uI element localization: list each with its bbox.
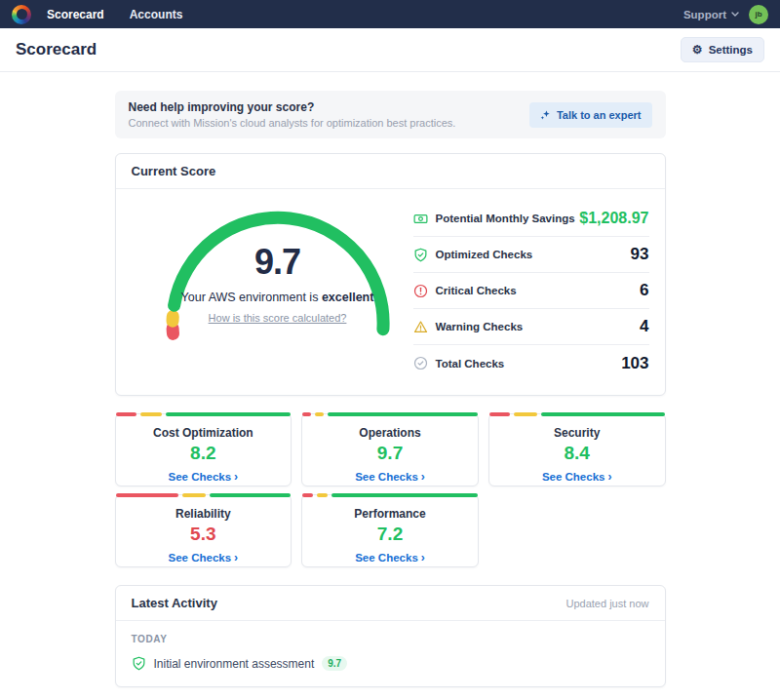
see-checks-link[interactable]: See Checks› bbox=[355, 552, 425, 564]
chevron-right-icon: › bbox=[607, 471, 611, 483]
stat-value: 6 bbox=[640, 281, 648, 300]
settings-button[interactable]: ⚙ Settings bbox=[681, 37, 764, 62]
category-name: Reliability bbox=[126, 507, 282, 521]
avatar[interactable]: jb bbox=[749, 5, 768, 24]
support-menu[interactable]: Support bbox=[683, 9, 739, 20]
nav-item-accounts[interactable]: Accounts bbox=[130, 8, 183, 21]
stat-value: $1,208.97 bbox=[579, 210, 648, 227]
stat-value: 103 bbox=[621, 354, 648, 373]
see-checks-link[interactable]: See Checks› bbox=[169, 552, 239, 564]
chevron-right-icon: › bbox=[234, 471, 238, 483]
see-checks-label: See Checks bbox=[542, 471, 605, 483]
category-grid: Cost Optimization 8.2 See Checks› Operat… bbox=[115, 413, 666, 567]
mission-logo-icon[interactable] bbox=[12, 5, 31, 24]
latest-activity-header: Latest Activity Updated just now bbox=[116, 586, 665, 621]
category-name: Operations bbox=[312, 426, 468, 440]
category-score-bar bbox=[116, 493, 292, 497]
nav-item-scorecard[interactable]: Scorecard bbox=[47, 8, 104, 21]
see-checks-link[interactable]: See Checks› bbox=[542, 471, 612, 483]
stat-label: Total Checks bbox=[436, 358, 505, 369]
activity-item-label: Initial environment assessment bbox=[154, 657, 315, 671]
top-navbar: Scorecard Accounts Support jb bbox=[0, 0, 780, 28]
stat-row-warning: Warning Checks 4 bbox=[413, 309, 649, 345]
shield-check-icon bbox=[413, 248, 428, 262]
gear-icon: ⚙ bbox=[692, 43, 703, 57]
check-circle-icon bbox=[413, 356, 428, 370]
chevron-right-icon: › bbox=[234, 552, 238, 564]
see-checks-link[interactable]: See Checks› bbox=[169, 471, 239, 483]
category-name: Cost Optimization bbox=[126, 426, 282, 440]
activity-score-badge: 9.7 bbox=[322, 656, 347, 671]
stat-value: 93 bbox=[631, 245, 649, 264]
score-calculation-link[interactable]: How is this score calculated? bbox=[209, 312, 347, 324]
score-stats-list: Potential Monthly Savings $1,208.97 Opti… bbox=[413, 199, 649, 381]
see-checks-label: See Checks bbox=[355, 552, 418, 564]
page-title: Scorecard bbox=[16, 40, 97, 59]
current-score-title: Current Score bbox=[132, 164, 216, 178]
support-label: Support bbox=[683, 9, 726, 20]
chevron-down-icon bbox=[731, 12, 739, 17]
see-checks-label: See Checks bbox=[355, 471, 418, 483]
stat-row-critical: Critical Checks 6 bbox=[413, 273, 649, 309]
category-card-reliability: Reliability 5.3 See Checks› bbox=[115, 494, 292, 567]
category-score: 8.2 bbox=[126, 443, 282, 464]
category-score-bar bbox=[116, 412, 292, 416]
talk-to-expert-button[interactable]: Talk to an expert bbox=[529, 102, 652, 128]
banknote-icon bbox=[413, 212, 428, 226]
activity-group-label: TODAY bbox=[132, 634, 649, 644]
current-score-card: Current Score 9.7 Your AWS environment i… bbox=[115, 153, 666, 396]
stat-label: Critical Checks bbox=[436, 285, 517, 296]
category-card-cost-optimization: Cost Optimization 8.2 See Checks› bbox=[115, 413, 292, 486]
category-card-operations: Operations 9.7 See Checks› bbox=[301, 413, 479, 486]
sparkles-icon bbox=[540, 109, 551, 120]
see-checks-label: See Checks bbox=[169, 552, 232, 564]
stat-row-optimized: Optimized Checks 93 bbox=[413, 237, 649, 273]
warning-triangle-icon bbox=[413, 320, 428, 334]
score-gauge: 9.7 Your AWS environment is excellent Ho… bbox=[155, 199, 401, 355]
category-card-performance: Performance 7.2 See Checks› bbox=[301, 494, 479, 567]
chevron-right-icon: › bbox=[421, 471, 425, 483]
gauge-score-value: 9.7 bbox=[155, 242, 401, 283]
stat-label: Optimized Checks bbox=[436, 249, 533, 260]
stat-row-total: Total Checks 103 bbox=[413, 345, 649, 381]
category-score: 7.2 bbox=[312, 524, 468, 545]
category-score: 9.7 bbox=[312, 443, 468, 464]
banner-title: Need help improving your score? bbox=[129, 100, 456, 114]
category-score: 8.4 bbox=[499, 443, 655, 464]
logo-hole bbox=[17, 9, 27, 19]
see-checks-link[interactable]: See Checks› bbox=[355, 471, 425, 483]
gauge-caption: Your AWS environment is excellent bbox=[155, 291, 401, 304]
latest-activity-card: Latest Activity Updated just now TODAY I… bbox=[115, 585, 666, 687]
category-name: Performance bbox=[312, 507, 468, 521]
page-header: Scorecard ⚙ Settings bbox=[0, 28, 780, 72]
category-score-bar bbox=[302, 493, 478, 497]
updated-timestamp: Updated just now bbox=[566, 598, 649, 609]
category-card-security: Security 8.4 See Checks› bbox=[488, 413, 666, 486]
category-score: 5.3 bbox=[126, 524, 282, 545]
category-name: Security bbox=[499, 426, 655, 440]
chevron-right-icon: › bbox=[421, 552, 425, 564]
stat-label: Potential Monthly Savings bbox=[436, 213, 575, 224]
stat-row-savings: Potential Monthly Savings $1,208.97 bbox=[413, 201, 649, 237]
critical-circle-icon bbox=[413, 284, 428, 298]
current-score-header: Current Score bbox=[116, 154, 665, 189]
category-score-bar bbox=[489, 412, 665, 416]
activity-item[interactable]: Initial environment assessment 9.7 bbox=[132, 656, 649, 671]
gauge-caption-prefix: Your AWS environment is bbox=[181, 291, 322, 304]
see-checks-label: See Checks bbox=[169, 471, 232, 483]
shield-check-icon bbox=[132, 656, 146, 671]
banner-subtitle: Connect with Mission's cloud analysts fo… bbox=[129, 117, 456, 129]
stat-label: Warning Checks bbox=[436, 321, 524, 332]
category-score-bar bbox=[302, 412, 478, 416]
settings-label: Settings bbox=[709, 44, 753, 56]
talk-to-expert-label: Talk to an expert bbox=[557, 109, 642, 121]
stat-value: 4 bbox=[640, 317, 648, 336]
help-banner: Need help improving your score? Connect … bbox=[115, 91, 666, 138]
latest-activity-title: Latest Activity bbox=[132, 596, 217, 610]
gauge-caption-emphasis: excellent bbox=[322, 291, 374, 304]
